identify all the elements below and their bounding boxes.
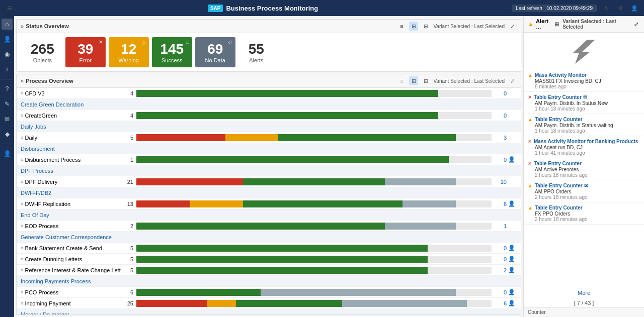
green-bar-segment (136, 223, 385, 230)
row-alerts[interactable]: 1 (492, 223, 507, 229)
row-name: » Reference Interest & Rate Change Lette… (21, 267, 121, 273)
alert-item-subtitle: AM Agent run BD, CJ (535, 145, 640, 150)
alert-expand-icon[interactable]: ⊞ (552, 20, 560, 29)
sidebar-separator-2 (2, 144, 12, 144)
item-name-text: Bank Statement Create & Send (25, 245, 102, 251)
process-item-row[interactable]: » CreateGreen 4 0 (17, 110, 521, 121)
top-bar: ☰ SAP Business Process Monitoring Last r… (0, 0, 644, 16)
process-table-icon[interactable]: ≡ (397, 76, 406, 85)
success-label: Success (159, 57, 185, 63)
item-arrow: » (21, 179, 24, 184)
process-item-row[interactable]: » Disbursement Process 1 0 👤 (17, 154, 521, 165)
alert-list-item[interactable]: ▲ Table Entry Counter FX PPO Orders 2 ho… (524, 202, 644, 225)
success-count: 145 (159, 41, 185, 57)
process-item-row[interactable]: » DWHF Replication 13 6 👤 (17, 198, 521, 209)
alert-list: ▲ Mass Activity Monitor MASS01 FX Invoic… (524, 68, 644, 287)
alert-panel-right: ⊞ Variant Selected : Last Selected ⤢ (552, 19, 640, 30)
alert-list-item[interactable]: ✕ Mass Activity Monitor for Banking Prod… (524, 136, 644, 158)
menu-icon[interactable]: ☰ (5, 4, 14, 13)
alert-item-time: 2 hours 18 minutes ago (535, 217, 640, 222)
process-card-icon[interactable]: ⊞ (409, 76, 418, 85)
status-variant-label: Variant Selected : Last Selected (433, 24, 505, 29)
row-alerts[interactable]: 0 (492, 245, 507, 251)
alert-list-item[interactable]: ▲ Table Entry Counter AM Paym. Distrib. … (524, 114, 644, 136)
error-card[interactable]: ✕ 39 Error (65, 37, 106, 67)
sidebar-mail-icon[interactable]: ✉ (2, 114, 13, 125)
row-alerts[interactable]: 0 (492, 113, 507, 119)
process-item-row[interactable]: » Bank Statement Create & Send 5 0 👤 (17, 243, 521, 254)
nodata-card[interactable]: ◇ 69 No Data (195, 37, 235, 67)
orange-bar-segment (190, 200, 243, 207)
person-icon: 👤 (507, 256, 517, 262)
alert-list-item[interactable]: ✕ Table Entry Counter AM Active Prenotes… (524, 158, 644, 180)
alert-item-subtitle: AM Active Prenotes (535, 167, 640, 172)
alert-panel: ▲ Alert … ⊞ Variant Selected : Last Sele… (523, 16, 644, 317)
green-bar-segment (136, 156, 449, 163)
sidebar-home-icon[interactable]: ⌂ (2, 19, 13, 30)
row-alerts[interactable]: 0 (492, 90, 507, 96)
alert-more-button[interactable]: More (524, 287, 644, 299)
orange-bar-segment (225, 134, 279, 141)
status-table-view-icon[interactable]: ≡ (397, 22, 406, 31)
nodata-card-icon: ◇ (228, 39, 232, 45)
process-overview-panel: » Process Overview ≡ ⊞ ⊞ Variant Selecte… (16, 74, 521, 315)
row-alerts[interactable]: 0 (492, 256, 507, 262)
refresh-icon[interactable]: ↻ (602, 4, 611, 13)
process-item-row[interactable]: » Create Dunning Letters 5 0 👤 (17, 254, 521, 265)
alert-list-item[interactable]: ✕ Table Entry Counter ✉ AM Paym. Distrib… (524, 92, 644, 114)
process-group-header: End Of Day (17, 209, 521, 221)
alert-list-item[interactable]: ▲ Mass Activity Monitor MASS01 FX Invoic… (524, 70, 644, 92)
sidebar: ⌂ 👤 ◉ + ? ✎ ✉ ◆ 👤 (0, 16, 14, 317)
green-bar-segment (136, 289, 261, 296)
sidebar-person-icon[interactable]: 👤 (2, 34, 13, 45)
sidebar-help-icon[interactable]: ? (2, 83, 13, 94)
process-panel-header: » Process Overview ≡ ⊞ ⊞ Variant Selecte… (17, 74, 521, 88)
sidebar-person2-icon[interactable]: 👤 (2, 148, 13, 159)
alert-list-item[interactable]: ▲ Table Entry Counter ✉ AM PPO Orders 2 … (524, 180, 644, 202)
sidebar-edit-icon[interactable]: ✎ (2, 98, 13, 110)
process-item-row[interactable]: » DPF Delivery 21 10 (17, 176, 521, 187)
process-item-row[interactable]: » PCO Process 6 0 👤 (17, 287, 521, 298)
item-name-text: Incoming Payment (25, 300, 71, 306)
item-name-text: Reference Interest & Rate Change Letter (25, 267, 121, 273)
item-name-text: PCO Process (25, 289, 59, 295)
group-name: Generate Customer Correspondence (21, 234, 112, 240)
alert-item-title: Table Entry Counter (534, 160, 582, 167)
red-bar-segment (136, 134, 225, 141)
alerts-count: 55 (249, 41, 264, 57)
row-alerts[interactable]: 0 (492, 289, 507, 295)
sidebar-diamond-icon[interactable]: ◆ (2, 129, 13, 140)
status-card-view-icon[interactable]: ⊞ (409, 22, 418, 31)
process-expand-icon[interactable]: ⊞ (421, 76, 430, 85)
warning-card[interactable]: △ 12 Warning (109, 37, 149, 67)
alert-item-time: 1 hour 18 minutes ago (535, 128, 640, 134)
item-name-text: Daily (25, 135, 37, 141)
sidebar-plus-icon[interactable]: + (2, 64, 13, 75)
sidebar-chart-icon[interactable]: ◉ (2, 49, 13, 60)
process-item-row[interactable]: » CFD V3 4 0 (17, 88, 521, 99)
process-item-row[interactable]: » Daily 5 3 (17, 132, 521, 143)
row-count: 2 (121, 223, 136, 229)
settings-icon[interactable]: ⚙ (616, 4, 625, 13)
status-fullscreen-icon[interactable]: ⤢ (508, 22, 517, 31)
user-icon[interactable]: 👤 (630, 4, 639, 13)
success-card[interactable]: □ 145 Success (152, 37, 192, 67)
process-item-row[interactable]: » EOD Process 2 1 (17, 221, 521, 232)
green-bar-segment (136, 245, 428, 252)
alert-item-header: ✕ Mass Activity Monitor for Banking Prod… (528, 138, 640, 145)
process-item-row[interactable]: » Incoming Payment 25 6 👤 (17, 298, 521, 309)
row-bar (136, 267, 492, 274)
row-alerts[interactable]: 2 (492, 267, 507, 273)
alert-item-header: ▲ Table Entry Counter ✉ (528, 182, 640, 189)
process-fullscreen-icon[interactable]: ⤢ (508, 76, 517, 85)
row-alerts[interactable]: 6 (492, 201, 507, 207)
alert-fullscreen-icon[interactable]: ⤢ (632, 20, 640, 29)
status-expand-icon[interactable]: ⊞ (421, 22, 430, 31)
process-item-row[interactable]: » Reference Interest & Rate Change Lette… (17, 265, 521, 276)
row-alerts[interactable]: 10 (492, 179, 507, 185)
row-alerts[interactable]: 0 (492, 157, 507, 163)
row-alerts[interactable]: 3 (492, 135, 507, 141)
row-alerts[interactable]: 6 (492, 300, 507, 306)
group-name: Disbursement (21, 146, 55, 152)
item-arrow: » (21, 135, 24, 140)
